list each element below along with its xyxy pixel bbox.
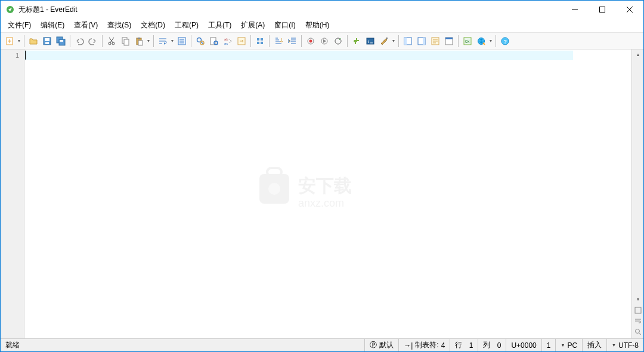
close-button[interactable] <box>616 1 643 18</box>
open-file-button[interactable] <box>27 35 40 48</box>
save-button[interactable] <box>41 35 54 48</box>
text-caret <box>25 51 26 60</box>
toolbar: ▼ ▼ ▼ abac ▼ <box>1 33 643 49</box>
terminal-button[interactable] <box>364 35 377 48</box>
status-line[interactable]: 行 1 <box>450 339 478 351</box>
separator <box>301 35 302 47</box>
status-printmode[interactable]: Ⓟ默认 <box>364 339 398 351</box>
separator <box>398 35 399 47</box>
record-macro-button[interactable] <box>304 35 317 48</box>
menu-addons[interactable]: 扩展(A) <box>236 19 270 32</box>
maximize-button[interactable] <box>589 1 616 18</box>
scrollbar-track[interactable] <box>632 59 643 294</box>
separator <box>153 35 154 47</box>
separator <box>496 35 496 47</box>
find-in-files-button[interactable] <box>208 35 221 48</box>
svg-rect-37 <box>386 38 388 39</box>
replace-button[interactable]: abac <box>221 35 234 48</box>
plugin-button[interactable] <box>350 35 363 48</box>
menu-tools[interactable]: 工具(T) <box>203 19 236 32</box>
stop-macro-button[interactable] <box>332 35 345 48</box>
svg-rect-18 <box>138 41 143 45</box>
window-title: 无标题1 - EverEdit <box>18 5 561 15</box>
minimize-button[interactable] <box>561 1 589 18</box>
status-column[interactable]: 列 0 <box>478 339 506 351</box>
svg-rect-51 <box>267 168 281 176</box>
settings-button[interactable] <box>377 35 391 48</box>
watermark: 安下载 anxz.com <box>256 162 400 216</box>
status-page[interactable]: 1 <box>541 339 556 351</box>
find-button[interactable] <box>194 35 207 48</box>
scroll-up-button[interactable]: ▴ <box>632 49 643 59</box>
editor-area[interactable]: 安下载 anxz.com <box>24 49 631 338</box>
save-all-button[interactable] <box>54 35 67 48</box>
show-whitespace-button[interactable] <box>175 35 188 48</box>
play-macro-button[interactable] <box>318 35 331 48</box>
status-encoding[interactable]: ▼UTF-8 <box>606 339 643 351</box>
separator <box>24 35 24 47</box>
separator <box>102 35 103 47</box>
menu-document[interactable]: 文档(D) <box>136 19 170 32</box>
separator <box>458 35 459 47</box>
scroll-down-button[interactable]: ▾ <box>632 294 643 304</box>
svg-rect-44 <box>445 38 453 39</box>
titlebar: 无标题1 - EverEdit <box>1 1 643 18</box>
status-tabstop[interactable]: →|制表符:4 <box>398 339 450 351</box>
panel3-button[interactable] <box>429 35 442 48</box>
indent-button[interactable] <box>286 35 299 48</box>
separator <box>191 35 191 47</box>
panel1-button[interactable] <box>401 35 414 48</box>
undo-button[interactable] <box>73 35 86 48</box>
current-line-highlight <box>24 51 573 60</box>
menu-file[interactable]: 文件(F) <box>3 19 36 32</box>
paste-button[interactable] <box>132 35 145 48</box>
status-unicode[interactable]: U+0000 <box>506 339 541 351</box>
dropdown-icon[interactable]: ▼ <box>391 39 396 43</box>
help-button[interactable]: ? <box>499 35 512 48</box>
tab-icon: →| <box>404 341 413 350</box>
dropdown-icon[interactable]: ▼ <box>170 39 175 43</box>
svg-rect-2 <box>600 7 605 13</box>
new-file-button[interactable] <box>3 35 16 48</box>
svg-text:0x: 0x <box>465 39 470 43</box>
cut-button[interactable] <box>105 35 118 48</box>
dropdown-icon[interactable]: ▼ <box>17 39 21 43</box>
right-sidebar: ▴ ▾ <box>631 49 643 338</box>
svg-rect-8 <box>45 42 49 44</box>
side-doc-icon[interactable] <box>634 306 642 314</box>
menu-help[interactable]: 帮助(H) <box>301 19 335 32</box>
goto-button[interactable] <box>235 35 248 48</box>
workspace: 1 安下载 anxz.com ▴ ▾ <box>1 49 643 338</box>
hex-button[interactable]: 0x <box>461 35 474 48</box>
menu-window[interactable]: 窗口(I) <box>270 19 300 32</box>
sort-button[interactable] <box>272 35 285 48</box>
side-wrap-icon[interactable] <box>634 317 642 325</box>
dropdown-icon[interactable]: ▼ <box>146 39 151 43</box>
separator <box>269 35 270 47</box>
side-zoom-icon[interactable] <box>634 328 642 336</box>
redo-button[interactable] <box>86 35 100 48</box>
copy-button[interactable] <box>119 35 132 48</box>
svg-text:?: ? <box>504 39 507 45</box>
svg-point-12 <box>109 42 111 45</box>
svg-rect-39 <box>404 38 407 45</box>
browser-button[interactable] <box>475 35 488 48</box>
menu-project[interactable]: 工程(P) <box>170 19 203 32</box>
dropdown-icon[interactable]: ▼ <box>488 39 493 43</box>
dropdown-icon: ▼ <box>612 343 616 347</box>
panel2-button[interactable] <box>415 35 428 48</box>
bookmark-button[interactable] <box>253 35 267 48</box>
watermark-sub: anxz.com <box>298 197 344 209</box>
wordwrap-button[interactable] <box>156 35 169 48</box>
menu-search[interactable]: 查找(S) <box>103 19 136 32</box>
svg-rect-50 <box>259 174 289 204</box>
menu-view[interactable]: 查看(V) <box>69 19 103 32</box>
panel4-button[interactable] <box>442 35 456 48</box>
svg-point-54 <box>635 329 639 334</box>
svg-rect-17 <box>138 38 140 39</box>
svg-rect-53 <box>635 307 641 313</box>
status-lineend[interactable]: ▼PC <box>555 339 582 351</box>
menu-edit[interactable]: 编辑(E) <box>36 19 69 32</box>
statusbar: 就绪 Ⓟ默认 →|制表符:4 行 1 列 0 U+0000 1 ▼PC 插入 ▼… <box>1 338 643 351</box>
status-insert[interactable]: 插入 <box>582 339 606 351</box>
